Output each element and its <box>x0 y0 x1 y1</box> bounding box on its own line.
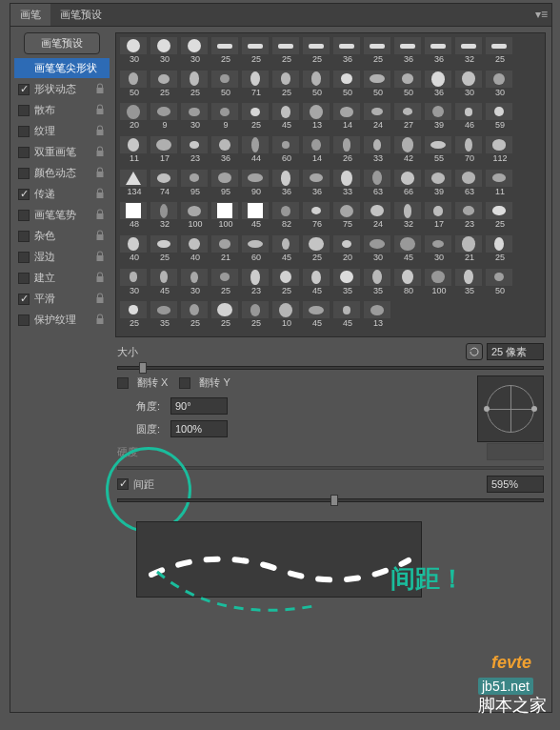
brush-tip-thumb[interactable]: 50 <box>486 269 514 300</box>
brush-tip-thumb[interactable]: 45 <box>242 202 270 233</box>
brush-tip-thumb[interactable]: 45 <box>150 269 179 300</box>
brush-tip-thumb[interactable]: 23 <box>455 202 484 233</box>
brush-tip-thumb[interactable]: 25 <box>120 301 149 333</box>
brush-tip-thumb[interactable]: 30 <box>486 71 514 102</box>
spacing-input[interactable] <box>487 476 544 493</box>
brush-tip-thumb[interactable]: 40 <box>181 235 210 267</box>
sidebar-checkbox[interactable] <box>18 126 30 137</box>
brush-tip-thumb[interactable]: 36 <box>425 71 453 102</box>
brush-tip-thumb[interactable]: 45 <box>303 301 331 333</box>
brush-tip-thumb[interactable]: 25 <box>486 37 514 69</box>
sidebar-checkbox[interactable] <box>18 231 30 242</box>
sidebar-item[interactable]: 建立 <box>14 268 110 288</box>
brush-tip-thumb[interactable]: 35 <box>333 269 362 300</box>
sidebar-item[interactable]: 传递 <box>14 184 110 204</box>
brush-tip-thumb[interactable]: 20 <box>333 235 362 267</box>
reset-size-button[interactable] <box>466 343 483 360</box>
brush-tip-thumb[interactable]: 36 <box>425 37 453 69</box>
brush-tip-thumb[interactable]: 95 <box>181 170 210 201</box>
spacing-slider[interactable] <box>117 498 544 502</box>
brush-tip-thumb[interactable]: 30 <box>425 235 453 267</box>
brush-tip-thumb[interactable]: 30 <box>150 37 179 69</box>
brush-tip-thumb[interactable]: 36 <box>272 170 301 201</box>
brush-tip-thumb[interactable]: 36 <box>333 37 362 69</box>
sidebar-checkbox[interactable] <box>18 168 30 179</box>
brush-tip-thumb[interactable]: 50 <box>333 71 362 102</box>
brush-tip-thumb[interactable]: 35 <box>364 269 392 300</box>
brush-tip-thumb[interactable]: 112 <box>486 136 514 168</box>
brush-tip-thumb[interactable]: 25 <box>211 301 240 333</box>
brush-tip-thumb[interactable]: 13 <box>303 103 331 134</box>
brush-tip-thumb[interactable]: 33 <box>333 170 362 201</box>
brush-tip-thumb[interactable]: 30 <box>455 71 484 102</box>
brush-tip-thumb[interactable]: 50 <box>120 71 149 102</box>
brush-tip-thumb[interactable]: 50 <box>211 71 240 102</box>
brush-tip-thumb[interactable]: 25 <box>150 235 179 267</box>
brush-tip-thumb[interactable]: 25 <box>181 71 210 102</box>
brush-tip-thumb[interactable]: 10 <box>272 301 301 333</box>
brush-tip-thumb[interactable]: 25 <box>272 37 301 69</box>
brush-tip-thumb[interactable]: 30 <box>120 269 149 300</box>
brush-tip-thumb[interactable]: 13 <box>364 301 392 333</box>
sidebar-checkbox[interactable] <box>18 252 30 263</box>
brush-tip-thumb[interactable]: 32 <box>394 202 423 233</box>
brush-tip-thumb[interactable]: 30 <box>181 103 210 134</box>
brush-tip-thumb[interactable]: 17 <box>150 136 179 168</box>
brush-tip-thumb[interactable]: 44 <box>242 136 270 168</box>
brush-tip-thumb[interactable]: 23 <box>242 269 270 300</box>
brush-tip-thumb[interactable]: 70 <box>455 136 484 168</box>
flip-y-checkbox[interactable] <box>179 377 190 389</box>
brush-tip-thumb[interactable]: 25 <box>242 301 270 333</box>
brush-tip-thumb[interactable]: 74 <box>150 170 179 201</box>
angle-roundness-control[interactable] <box>477 375 544 442</box>
brush-tip-thumb[interactable]: 45 <box>394 235 423 267</box>
tab-brush[interactable]: 画笔 <box>10 4 50 26</box>
brush-tip-thumb[interactable]: 14 <box>333 103 362 134</box>
brush-tip-thumb[interactable]: 60 <box>272 136 301 168</box>
brush-tip-thumb[interactable]: 11 <box>486 170 514 201</box>
sidebar-item[interactable]: 散布 <box>14 100 110 120</box>
brush-tip-thumb[interactable]: 20 <box>120 103 149 134</box>
sidebar-checkbox[interactable] <box>18 273 30 284</box>
brush-tip-thumb[interactable]: 26 <box>333 136 362 168</box>
brush-tip-thumb[interactable]: 48 <box>120 202 149 233</box>
brush-tip-thumb[interactable]: 36 <box>303 170 331 201</box>
brush-tip-thumb[interactable]: 100 <box>425 269 453 300</box>
angle-input[interactable] <box>170 397 228 415</box>
sidebar-item[interactable]: 保护纹理 <box>14 310 110 330</box>
brush-tip-thumb[interactable]: 25 <box>211 269 240 300</box>
brush-tip-thumb[interactable]: 55 <box>425 136 453 168</box>
brush-tip-thumb[interactable]: 80 <box>394 269 423 300</box>
brush-tip-thumb[interactable]: 25 <box>272 71 301 102</box>
brush-tip-thumb[interactable]: 100 <box>181 202 210 233</box>
sidebar-checkbox[interactable] <box>18 294 30 305</box>
sidebar-item[interactable]: 画笔笔势 <box>14 205 110 225</box>
brush-tip-thumb[interactable]: 9 <box>150 103 179 134</box>
brush-tip-thumb[interactable]: 95 <box>211 170 240 201</box>
brush-tip-thumb[interactable]: 11 <box>120 136 149 168</box>
brush-tip-thumb[interactable]: 25 <box>486 202 514 233</box>
brush-tip-thumb[interactable]: 36 <box>394 37 423 69</box>
brush-tip-thumb[interactable]: 25 <box>303 37 331 69</box>
brush-presets-button[interactable]: 画笔预设 <box>24 32 100 54</box>
brush-tip-thumb[interactable]: 30 <box>181 269 210 300</box>
sidebar-item[interactable]: 平滑 <box>14 289 110 309</box>
brush-tip-thumb[interactable]: 24 <box>364 202 392 233</box>
brush-tip-thumb[interactable]: 32 <box>455 37 484 69</box>
sidebar-item[interactable]: 颜色动态 <box>14 163 110 183</box>
brush-tip-thumb[interactable]: 25 <box>242 37 270 69</box>
roundness-input[interactable] <box>170 420 228 437</box>
brush-tip-thumb[interactable]: 23 <box>181 136 210 168</box>
brush-tip-thumb[interactable]: 45 <box>272 103 301 134</box>
brush-tip-thumb[interactable]: 25 <box>272 269 301 300</box>
brush-tip-thumb[interactable]: 32 <box>150 202 179 233</box>
brush-tip-thumb[interactable]: 42 <box>394 136 423 168</box>
brush-tip-grid[interactable]: 3030302525252536253636322550252550712550… <box>115 32 546 337</box>
brush-tip-thumb[interactable]: 63 <box>364 170 392 201</box>
brush-tip-thumb[interactable]: 66 <box>394 170 423 201</box>
brush-tip-thumb[interactable]: 45 <box>333 301 362 333</box>
brush-tip-thumb[interactable]: 45 <box>303 269 331 300</box>
brush-tip-thumb[interactable]: 25 <box>364 37 392 69</box>
sidebar-checkbox[interactable] <box>18 105 30 116</box>
size-slider[interactable] <box>117 366 544 370</box>
